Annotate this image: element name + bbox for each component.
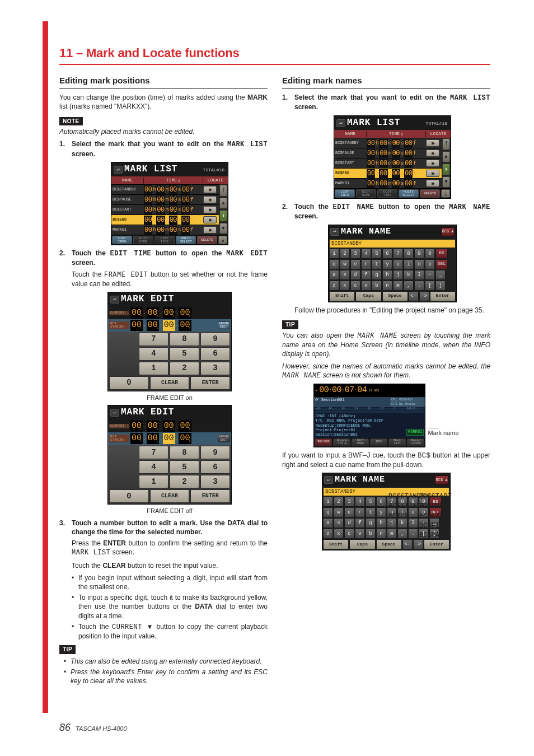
keypad-3[interactable]: 3 xyxy=(200,362,230,375)
key-3[interactable]: 3 xyxy=(350,249,360,259)
keypad-3[interactable]: 3 xyxy=(200,475,230,488)
key-x[interactable]: x xyxy=(334,529,344,539)
key-v[interactable]: v xyxy=(355,529,365,539)
key-enter[interactable]: Enter xyxy=(424,539,449,549)
key-s[interactable]: s xyxy=(334,518,344,528)
cue-option[interactable]: BC$FILE xyxy=(419,521,449,530)
key-e[interactable]: e xyxy=(350,259,360,269)
footer-button[interactable]: EDITNAME xyxy=(356,189,376,198)
key-1[interactable]: 1 xyxy=(329,249,339,259)
keypad-2[interactable]: 2 xyxy=(170,475,199,488)
table-row[interactable]: BC$END00h00m00s00f xyxy=(334,168,442,178)
key-BS[interactable]: BS xyxy=(435,249,448,259)
keypad-enter[interactable]: ENTER xyxy=(190,376,230,390)
key-6[interactable]: 6 xyxy=(376,497,386,507)
keypad-2[interactable]: 2 xyxy=(170,362,199,375)
cue-option[interactable]: BC$STOP xyxy=(419,512,449,521)
footer-button[interactable]: EDITTIME xyxy=(377,189,397,198)
key-,[interactable]: , xyxy=(404,281,414,291)
key-3[interactable]: 3 xyxy=(344,497,354,507)
locate-button[interactable] xyxy=(426,150,439,157)
home-foot-button[interactable]: ManualLocate xyxy=(407,438,424,446)
key-s[interactable]: s xyxy=(340,270,350,280)
key-shift[interactable]: Shift xyxy=(323,539,349,549)
cue-option[interactable]: BC$STANDBY xyxy=(388,492,419,501)
back-icon[interactable]: ↩ xyxy=(330,228,339,236)
key-d[interactable]: d xyxy=(350,270,360,280)
keypad-5[interactable]: 5 xyxy=(170,460,199,474)
table-row[interactable]: BC$END00h00m00s00f xyxy=(111,214,219,225)
key-->[interactable]: -> xyxy=(419,291,429,301)
key-h[interactable]: h xyxy=(382,270,392,280)
key-5[interactable]: 5 xyxy=(366,497,376,507)
key-<-[interactable]: <- xyxy=(402,539,413,549)
keypad-7[interactable]: 7 xyxy=(139,333,168,346)
scroll-bottom-icon[interactable]: ⭳ xyxy=(441,189,450,198)
key-q[interactable]: q xyxy=(329,259,339,269)
key-x[interactable]: x xyxy=(340,281,350,291)
key-b[interactable]: b xyxy=(372,281,382,291)
cue-option[interactable]: BC$STANDBY xyxy=(388,502,419,511)
key-f[interactable]: f xyxy=(361,270,371,280)
locate-button[interactable] xyxy=(426,139,439,147)
keypad-0[interactable]: 0 xyxy=(109,376,149,390)
locate-button[interactable] xyxy=(203,196,217,203)
key-r[interactable]: r xyxy=(355,507,365,517)
scroll-up-icon[interactable]: ▲ xyxy=(219,198,227,209)
key-2[interactable]: 2 xyxy=(340,249,350,259)
key-y[interactable]: y xyxy=(382,259,392,269)
key-1[interactable]: 1 xyxy=(323,497,333,507)
key-n[interactable]: n xyxy=(376,529,386,539)
locate-button[interactable] xyxy=(426,180,439,187)
keypad-8[interactable]: 8 xyxy=(170,333,199,346)
back-icon[interactable]: ↩ xyxy=(114,166,123,174)
keypad-1[interactable]: 1 xyxy=(139,362,168,375)
key-caps[interactable]: Caps xyxy=(355,291,381,301)
footer-button[interactable]: LISTINFO xyxy=(335,189,355,198)
key-z[interactable]: z xyxy=(323,529,333,539)
table-row[interactable]: BC$START00h00m00s00f xyxy=(334,158,442,168)
key-enter[interactable]: Enter xyxy=(430,291,456,301)
table-row[interactable]: BC$STANDBY00h00m00s00f xyxy=(111,184,219,194)
locate-button[interactable] xyxy=(203,226,217,234)
table-row[interactable]: BC$PAUSE00h00m00s00f xyxy=(334,148,442,158)
key-4[interactable]: 4 xyxy=(355,497,365,507)
key-7[interactable]: 7 xyxy=(393,249,403,259)
key-g[interactable]: g xyxy=(366,518,376,528)
key-q[interactable]: q xyxy=(323,507,333,517)
key-->[interactable]: -> xyxy=(413,539,423,549)
mark-indicator[interactable]: MARK01 xyxy=(406,429,424,435)
key-][interactable]: ] xyxy=(435,281,446,291)
keypad-4[interactable]: 4 xyxy=(139,347,168,361)
name-field[interactable]: BC$STANDBY xyxy=(330,240,455,248)
scroll-down-icon[interactable]: ▼ xyxy=(442,176,450,188)
footer-button[interactable]: LISTINFO xyxy=(112,236,132,244)
key-c[interactable]: c xyxy=(350,281,360,291)
home-foot-button[interactable]: NEXTMARK xyxy=(352,438,369,446)
key-_[interactable]: _ xyxy=(435,270,446,280)
home-foot-button[interactable]: BounceI/O ▲ xyxy=(333,438,350,446)
back-icon[interactable]: ↩ xyxy=(336,119,345,127)
keypad-5[interactable]: 5 xyxy=(170,347,199,361)
frame-edit-button[interactable]: FRAMEEDIT xyxy=(218,435,230,442)
footer-button[interactable]: DELETE xyxy=(420,189,440,198)
scroll-up-icon[interactable]: ▲ xyxy=(442,151,450,163)
keypad-9[interactable]: 9 xyxy=(200,333,230,346)
key-a[interactable]: a xyxy=(323,518,333,528)
bcs-button[interactable]: BC$ ▲ xyxy=(435,475,448,484)
locate-button[interactable] xyxy=(203,206,217,213)
key-w[interactable]: w xyxy=(340,259,350,269)
keypad-clear[interactable]: CLEAR xyxy=(150,376,190,390)
key-5[interactable]: 5 xyxy=(372,249,382,259)
keypad-4[interactable]: 4 xyxy=(139,460,168,474)
key-space[interactable]: Space xyxy=(376,539,402,549)
key-d[interactable]: d xyxy=(344,518,354,528)
cue-option[interactable]: BC$CM xyxy=(388,512,419,521)
key-e[interactable]: e xyxy=(344,507,354,517)
back-icon[interactable]: ↩ xyxy=(324,476,333,484)
table-row[interactable]: BC$START00h00m00s00f xyxy=(111,204,219,214)
keypad-clear[interactable]: CLEAR xyxy=(150,489,190,503)
keypad-6[interactable]: 6 xyxy=(200,347,230,361)
home-foot-button[interactable]: INFO xyxy=(370,438,387,446)
key-p[interactable]: p xyxy=(425,259,435,269)
